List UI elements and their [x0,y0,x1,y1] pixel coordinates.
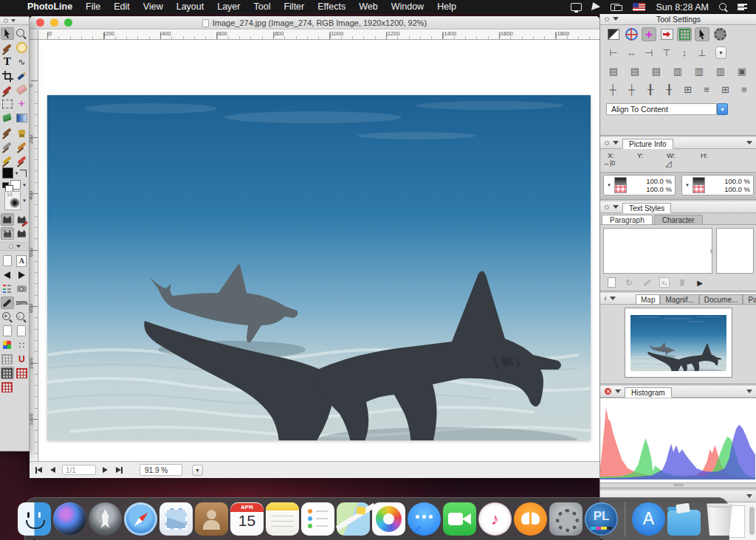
swatch1-thumbnail[interactable] [614,177,627,193]
dock-facetime-icon[interactable] [443,502,476,536]
text-tool[interactable]: T [1,55,14,68]
doc-b-tool[interactable] [15,325,28,337]
align-bottom-icon[interactable]: ⊥ [695,46,709,60]
palette-tool[interactable] [1,339,14,351]
text-styles-header[interactable]: Text Styles [600,201,756,213]
palette-section-collapse-icon[interactable] [16,245,21,248]
add-mode-icon[interactable]: + [642,27,656,41]
menu-effects[interactable]: Effects [311,1,352,12]
page-indicator-field[interactable]: 1/1 [62,465,96,475]
obj-align-right-icon[interactable]: ▤ [649,64,664,78]
image-sharks[interactable] [47,95,591,440]
snap-tool[interactable]: U [15,353,28,365]
burn-tool[interactable] [15,139,28,152]
zoom-out-tool[interactable]: - [15,311,28,323]
bottom-panel-scrollbar[interactable] [749,507,755,535]
foreground-color-dropdown-icon[interactable]: ▼ [15,171,19,176]
sync-style-icon[interactable]: ↻ [624,277,634,288]
move-tool[interactable] [1,27,14,40]
histogram-header[interactable]: Histogram [600,386,756,398]
picture-info-circle-icon[interactable] [605,141,609,145]
brush-dropdown-icon[interactable]: ▼ [22,198,27,203]
tool-palette-header[interactable] [0,17,29,25]
dock-contacts-icon[interactable] [195,502,228,536]
prev-page-button[interactable] [1,269,14,281]
prev-page-button[interactable] [49,466,57,474]
dock-photos-icon[interactable] [372,502,405,536]
dock-mail-icon[interactable] [159,502,193,536]
styles-list[interactable] [603,228,712,274]
pointer-mode-icon[interactable] [695,27,709,41]
picture-info-menu-icon[interactable] [746,141,752,145]
palette-collapse-icon[interactable] [11,19,16,22]
spotlight-search-icon[interactable] [719,3,727,11]
input-language-flag-icon[interactable] [633,3,645,11]
menu-edit[interactable]: Edit [107,1,137,12]
obj-align-middle-icon[interactable]: ▥ [692,64,707,78]
menu-filter[interactable]: Filter [277,1,311,12]
select-tool[interactable] [1,97,14,110]
map-tab-docume[interactable]: Docume... [699,294,743,305]
dock-calendar-icon[interactable]: APR15 [230,502,264,536]
magic-wand-tool[interactable] [15,97,28,110]
palette-section-circle-icon[interactable] [9,244,13,249]
dock-photoline-icon[interactable]: PL [585,502,618,536]
doc-a-tool[interactable] [1,325,14,337]
map-tab-pages[interactable]: Pages [743,294,756,305]
menu-view[interactable]: View [137,1,170,12]
dist-h1-icon[interactable]: ┼ [606,83,619,97]
dock-trash-icon[interactable] [703,502,736,536]
layer-move-icon[interactable] [659,27,674,41]
line-tool[interactable] [1,297,14,309]
background-color-dropdown-icon[interactable]: ▼ [22,183,27,187]
grid-snap-tool[interactable] [15,367,28,379]
dock-safari-icon[interactable] [124,502,157,536]
map-panel-header[interactable]: MapMagnif...Docume...Pages [600,293,756,305]
obj-align-bottom-icon[interactable]: ▥ [713,64,728,78]
menu-clock[interactable]: Sun 8:28 AM [656,2,709,13]
text-styles-collapse-icon[interactable] [613,205,619,209]
menu-web[interactable]: Web [352,1,384,12]
layer-tool[interactable] [1,41,14,54]
cat-select-tool[interactable] [1,227,14,240]
airplay-icon[interactable] [571,3,582,11]
align-dropdown[interactable]: Align To Content ▼ [606,103,751,115]
zoom-dropdown-button[interactable]: ▼ [192,465,203,476]
swatch-group-1[interactable]: ▼ 100.0 %100.0 % [603,175,676,195]
histogram-menu-icon[interactable] [746,390,752,393]
eyedropper-tool[interactable] [15,69,28,82]
align-right-icon[interactable]: ⊣ [642,46,656,60]
snapshot-tool[interactable] [15,283,28,295]
dock-ibooks-icon[interactable] [514,502,547,536]
first-page-button[interactable] [35,466,44,474]
dist-stack-icon[interactable]: ≡ [700,83,713,97]
swatch1-dropdown-icon[interactable]: ▼ [607,183,611,187]
obj-align-both-icon[interactable]: ▣ [735,64,749,78]
window-titlebar[interactable]: Image_274.jpg (Image_274, RGB Image, 192… [30,16,599,30]
dist-gap-v-icon[interactable]: ⊞ [718,83,732,97]
dock-itunes-icon[interactable]: ♪ [478,502,512,536]
stamp-tool[interactable] [15,125,28,138]
dock-finder-icon[interactable] [18,502,51,536]
swatch2-dropdown-icon[interactable]: ▼ [685,183,690,187]
menu-photoline[interactable]: PhotoLine [21,1,79,12]
grid-snap-icon[interactable] [677,27,692,41]
text-page-tool[interactable]: A [15,255,28,267]
new-style-icon[interactable] [606,277,616,288]
paintbrush-tool[interactable] [1,83,14,96]
last-page-button[interactable] [114,466,123,474]
dock-reminders-icon[interactable] [301,502,334,536]
zoom-level-field[interactable]: 91.9 % [140,464,182,476]
cursor-tool-icon[interactable] [591,2,601,12]
map-circle-icon[interactable] [605,297,606,301]
dock-messages-icon[interactable] [408,502,441,536]
tab-paragraph[interactable]: Paragraph [602,215,653,224]
obj-align-left-icon[interactable]: ▤ [606,64,621,78]
delete-style-icon[interactable] [677,277,687,288]
align-top-icon[interactable]: ⊤ [659,46,674,60]
bottom-panel-menu-icon[interactable] [746,494,752,498]
menu-tool[interactable]: Tool [247,1,278,12]
new-page-tool[interactable] [1,255,14,267]
cat-layer-tool[interactable] [1,213,14,226]
next-page-button[interactable] [101,466,109,474]
